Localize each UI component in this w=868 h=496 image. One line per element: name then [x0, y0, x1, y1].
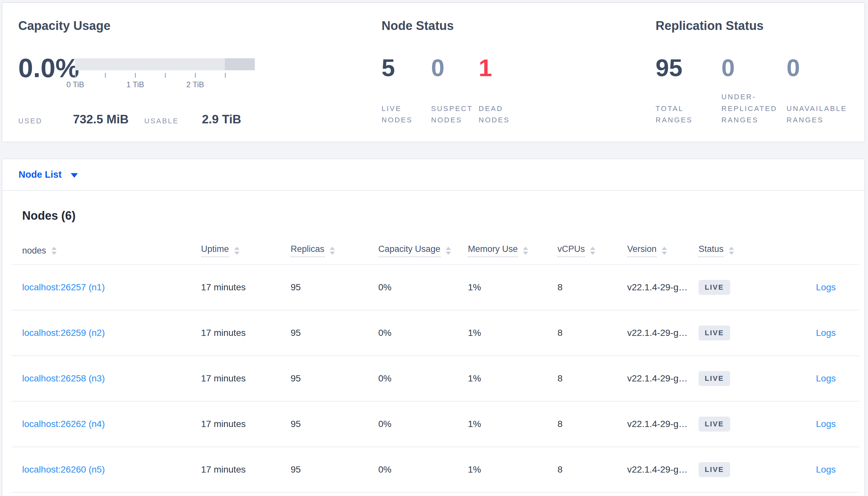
- stat-label: DEAD NODES: [479, 103, 523, 126]
- summary-stat: 0SUSPECT NODES: [431, 56, 479, 126]
- summary-stat: 0UNDER-REPLICATED RANGES: [721, 56, 787, 126]
- cell-logs: Logs: [774, 464, 836, 475]
- nodes-table: nodesUptimeReplicasCapacity UsageMemory …: [11, 237, 859, 493]
- cell-status: LIVE: [699, 417, 774, 432]
- sort-arrows-icon: [729, 247, 734, 255]
- cluster-summary-panel: Capacity Usage 0.0% 0 TiB1 TiB2 TiB USED…: [2, 2, 865, 142]
- cell-vcpus: 8: [557, 373, 627, 384]
- replication-status-title: Replication Status: [656, 19, 864, 33]
- cell-address: localhost:26258 (n3): [22, 373, 201, 384]
- cell-memory: 1%: [468, 282, 557, 293]
- cell-status: LIVE: [699, 462, 774, 477]
- node-address-link[interactable]: localhost:26260 (n5): [22, 464, 105, 475]
- node-address-link[interactable]: localhost:26259 (n2): [22, 328, 105, 338]
- node-list-dropdown[interactable]: Node List: [2, 159, 864, 191]
- stat-label: LIVE NODES: [381, 103, 425, 126]
- summary-stat: 0UNAVAILABLE RANGES: [787, 56, 865, 126]
- stat-value: 0: [787, 56, 865, 80]
- cell-uptime: 17 minutes: [201, 464, 290, 475]
- cell-address: localhost:26262 (n4): [22, 419, 201, 429]
- node-address-link[interactable]: localhost:26257 (n1): [22, 282, 105, 292]
- status-badge: LIVE: [699, 462, 730, 477]
- cell-version: v22.1.4-29-g…: [627, 373, 699, 384]
- node-table-row: localhost:26260 (n5)17 minutes950%1%8v22…: [11, 447, 859, 493]
- node-table-row: localhost:26258 (n3)17 minutes950%1%8v22…: [11, 356, 859, 402]
- summary-stat: 95TOTAL RANGES: [656, 56, 721, 126]
- cell-capacity: 0%: [378, 328, 468, 338]
- cell-address: localhost:26259 (n2): [22, 328, 201, 338]
- cell-version: v22.1.4-29-g…: [627, 464, 699, 475]
- replication-status-stats: 95TOTAL RANGES0UNDER-REPLICATED RANGES0U…: [656, 56, 865, 126]
- capacity-used-usable-row: USED 732.5 MiB USABLE 2.9 TiB: [18, 113, 241, 126]
- cell-uptime: 17 minutes: [201, 419, 290, 429]
- node-status-title: Node Status: [381, 19, 629, 33]
- logs-link[interactable]: Logs: [816, 373, 836, 383]
- used-value: 732.5 MiB: [73, 113, 129, 126]
- column-header-address[interactable]: nodes: [22, 246, 201, 256]
- sort-arrows-icon: [662, 247, 667, 255]
- node-table-row: localhost:26257 (n1)17 minutes950%1%8v22…: [11, 265, 859, 310]
- used-label: USED: [18, 117, 42, 125]
- column-header-label: Memory Use: [468, 244, 518, 257]
- cell-memory: 1%: [468, 419, 557, 429]
- cell-status: LIVE: [699, 371, 774, 386]
- nodes-table-body: localhost:26257 (n1)17 minutes950%1%8v22…: [11, 265, 859, 493]
- node-table-row: localhost:26262 (n4)17 minutes950%1%8v22…: [11, 402, 859, 447]
- column-header-replicas[interactable]: Replicas: [290, 244, 378, 257]
- cell-status: LIVE: [699, 325, 774, 340]
- cell-capacity: 0%: [378, 373, 468, 384]
- status-badge: LIVE: [699, 325, 730, 340]
- gauge-tick-label: 1 TiB: [126, 80, 144, 89]
- capacity-usage-section: Capacity Usage 0.0% 0 TiB1 TiB2 TiB USED…: [18, 19, 360, 33]
- sort-arrows-icon: [51, 247, 57, 255]
- capacity-usage-title: Capacity Usage: [18, 19, 360, 33]
- column-header-capacity[interactable]: Capacity Usage: [378, 244, 468, 257]
- gauge-tick-label: 0 TiB: [66, 80, 85, 89]
- logs-link[interactable]: Logs: [816, 464, 836, 475]
- cell-capacity: 0%: [378, 419, 468, 429]
- cell-logs: Logs: [774, 282, 836, 293]
- stat-value: 0: [721, 56, 787, 80]
- stat-label: UNDER-REPLICATED RANGES: [721, 91, 783, 126]
- node-status-section: Node Status 5LIVE NODES0SUSPECT NODES1DE…: [381, 19, 629, 33]
- cell-replicas: 95: [290, 419, 378, 429]
- stat-label: TOTAL RANGES: [656, 103, 701, 126]
- cell-logs: Logs: [774, 373, 836, 384]
- logs-link[interactable]: Logs: [816, 419, 836, 429]
- cell-replicas: 95: [290, 464, 378, 475]
- sort-arrows-icon: [330, 247, 335, 255]
- status-badge: LIVE: [699, 371, 730, 386]
- stat-value: 1: [479, 56, 547, 80]
- logs-link[interactable]: Logs: [816, 328, 836, 338]
- node-address-link[interactable]: localhost:26262 (n4): [22, 419, 105, 429]
- column-header-label: Status: [699, 244, 724, 257]
- stat-value: 5: [381, 56, 431, 80]
- logs-link[interactable]: Logs: [816, 282, 836, 292]
- node-list-dropdown-label: Node List: [18, 169, 62, 180]
- cell-version: v22.1.4-29-g…: [627, 419, 699, 429]
- cell-memory: 1%: [468, 373, 557, 384]
- cell-address: localhost:26260 (n5): [22, 464, 201, 475]
- gauge-tick-label: 2 TiB: [186, 80, 204, 89]
- sort-arrows-icon: [523, 247, 528, 255]
- capacity-gauge-ticks: [75, 73, 255, 78]
- gauge-tick-mark: [225, 73, 226, 78]
- column-header-status[interactable]: Status: [699, 244, 774, 257]
- capacity-gauge: 0.0% 0 TiB1 TiB2 TiB: [18, 55, 344, 110]
- sort-arrows-icon: [590, 247, 595, 255]
- cell-replicas: 95: [290, 373, 378, 384]
- node-address-link[interactable]: localhost:26258 (n3): [22, 373, 105, 383]
- column-header-uptime[interactable]: Uptime: [201, 244, 290, 257]
- cell-replicas: 95: [290, 282, 378, 293]
- gauge-tick-mark: [105, 73, 106, 78]
- sort-arrows-icon: [234, 247, 239, 255]
- cell-vcpus: 8: [557, 282, 627, 293]
- stat-value: 95: [656, 56, 721, 80]
- node-table-row: localhost:26259 (n2)17 minutes950%1%8v22…: [11, 310, 859, 356]
- column-header-version[interactable]: Version: [627, 244, 699, 257]
- column-header-vcpus[interactable]: vCPUs: [557, 244, 627, 257]
- cell-replicas: 95: [290, 328, 378, 338]
- capacity-gauge-dark-segment: [225, 58, 255, 70]
- column-header-memory[interactable]: Memory Use: [468, 244, 557, 257]
- summary-stat: 5LIVE NODES: [381, 56, 431, 126]
